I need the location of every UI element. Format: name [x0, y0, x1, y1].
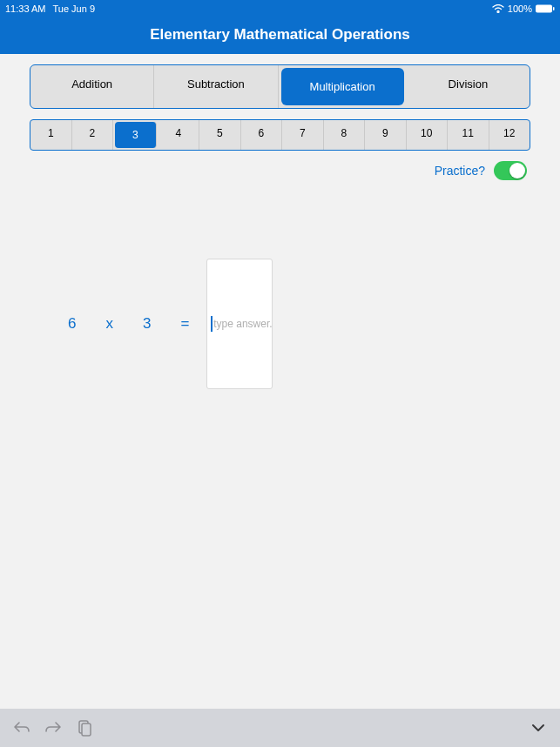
op-tab-subtraction[interactable]: Subtraction: [154, 65, 278, 108]
operator: x: [105, 315, 113, 333]
keyboard-toolbar: [0, 709, 560, 747]
text-cursor: [211, 316, 213, 332]
num-tab-1[interactable]: 1: [30, 120, 72, 150]
svg-rect-1: [553, 7, 555, 10]
svg-rect-3: [82, 723, 91, 736]
svg-rect-0: [536, 5, 552, 13]
operation-segmented-control: Addition Subtraction Multiplication Divi…: [30, 64, 530, 109]
battery-icon: [536, 4, 555, 13]
num-tab-9[interactable]: 9: [365, 120, 407, 150]
status-time: 11:33 AM: [5, 3, 45, 14]
op-tab-division[interactable]: Division: [407, 65, 530, 108]
status-bar: 11:33 AM Tue Jun 9 100%: [0, 0, 560, 17]
chevron-down-icon[interactable]: [529, 718, 548, 737]
num-tab-12[interactable]: 12: [489, 120, 530, 150]
operand-2: 3: [143, 315, 151, 333]
operand-1: 6: [68, 315, 76, 333]
page-title: Elementary Mathematical Operations: [0, 17, 560, 54]
num-tab-2[interactable]: 2: [72, 120, 114, 150]
practice-toggle[interactable]: [494, 161, 527, 180]
clipboard-icon[interactable]: [75, 718, 94, 737]
num-tab-10[interactable]: 10: [407, 120, 449, 150]
num-tab-6[interactable]: 6: [241, 120, 283, 150]
problem-area: 6 x 3 = type answer...: [0, 180, 560, 389]
answer-placeholder: type answer...: [213, 318, 272, 330]
num-tab-7[interactable]: 7: [282, 120, 324, 150]
num-tab-8[interactable]: 8: [324, 120, 366, 150]
status-date: Tue Jun 9: [52, 3, 95, 14]
practice-label: Practice?: [435, 164, 485, 178]
status-battery-percent: 100%: [508, 3, 532, 14]
op-tab-addition[interactable]: Addition: [30, 65, 154, 108]
answer-input[interactable]: type answer...: [206, 259, 273, 389]
number-segmented-control: 1 2 3 4 5 6 7 8 9 10 11 12: [30, 119, 530, 151]
undo-icon[interactable]: [12, 718, 31, 737]
num-tab-5[interactable]: 5: [199, 120, 241, 150]
redo-icon[interactable]: [44, 718, 63, 737]
equals-sign: =: [180, 315, 189, 333]
num-tab-11[interactable]: 11: [448, 120, 489, 150]
num-tab-4[interactable]: 4: [159, 120, 200, 150]
num-tab-3[interactable]: 3: [115, 122, 157, 148]
wifi-icon: [492, 4, 504, 13]
op-tab-multiplication[interactable]: Multiplication: [281, 68, 404, 105]
